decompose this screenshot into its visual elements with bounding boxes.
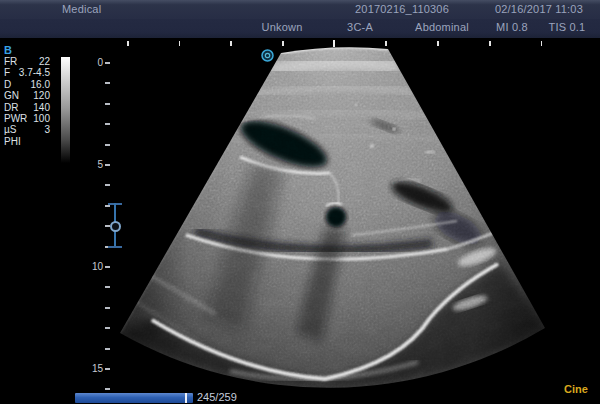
fan-region	[100, 38, 560, 404]
ultrasound-app: Medical 20170216_110306 02/16/2017 11:03…	[0, 0, 600, 404]
mode-indicator: B	[4, 44, 12, 56]
probe-name: 3C-A	[347, 21, 373, 33]
tis-value: TIS 0.1	[549, 21, 586, 33]
ultrasound-image	[0, 38, 600, 404]
param-pwr: PWR100	[4, 113, 50, 124]
param-phi: PHI	[4, 136, 50, 147]
probe-orientation-marker	[262, 50, 273, 61]
focus-marker[interactable]	[108, 203, 122, 248]
datetime: 02/16/2017 11:03	[495, 3, 583, 15]
cine-mode-label: Cine	[564, 383, 588, 395]
patient-name: Unkown	[262, 21, 303, 33]
frame-counter: 245/259	[197, 391, 237, 403]
param-gn: GN120	[4, 90, 50, 101]
cine-progress-bar[interactable]	[75, 393, 193, 403]
exam-id: 20170216_110306	[355, 3, 449, 15]
cine-position-marker[interactable]	[185, 393, 187, 403]
depth-label-0: 0	[83, 57, 103, 68]
param-d: D16.0	[4, 79, 50, 90]
facility-name: Medical	[62, 3, 101, 15]
header-bar-top: Medical 20170216_110306 02/16/2017 11:03	[0, 0, 600, 19]
preset-name: Abdominal	[415, 21, 469, 33]
centerline-tick	[333, 40, 335, 47]
header-bar-info: Unkown 3C-A Abdominal MI 0.8 TIS 0.1	[0, 19, 600, 38]
depth-label-10: 10	[83, 261, 103, 272]
mi-value: MI 0.8	[496, 21, 528, 33]
depth-label-15: 15	[83, 363, 103, 374]
focus-marker-bottom-cap	[108, 246, 122, 248]
focus-marker-ring	[110, 221, 121, 232]
lateral-ruler	[127, 41, 544, 46]
param-fr: FR22	[4, 56, 50, 67]
imaging-parameters: FR22 F3.7-4.5 D16.0 GN120 DR140 PWR100 µ…	[4, 56, 50, 147]
depth-label-5: 5	[83, 159, 103, 170]
grayscale-map-bar	[61, 57, 70, 163]
param-f: F3.7-4.5	[4, 67, 50, 78]
param-us: µS3	[4, 124, 50, 135]
param-dr: DR140	[4, 102, 50, 113]
